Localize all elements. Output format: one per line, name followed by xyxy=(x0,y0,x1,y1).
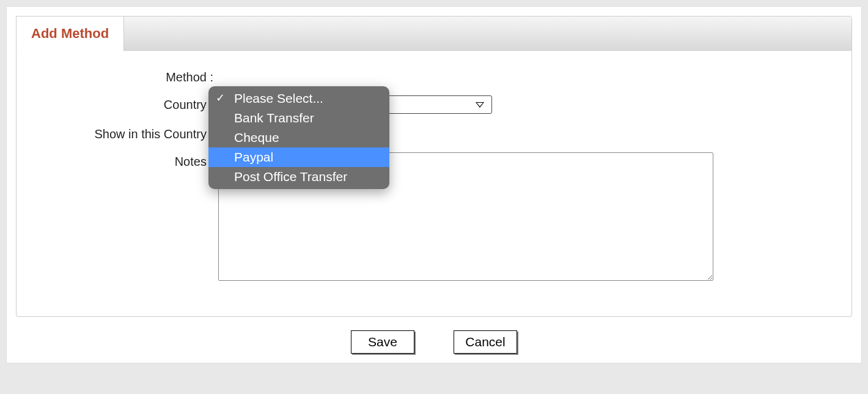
row-method: Method : xyxy=(35,68,833,84)
method-option-label: Cheque xyxy=(234,130,279,145)
row-show-country: Show in this Country : xyxy=(35,125,833,141)
method-option[interactable]: ✓Please Select... xyxy=(208,89,389,108)
save-button[interactable]: Save xyxy=(351,330,414,354)
label-notes: Notes : xyxy=(35,152,218,169)
method-option-label: Post Office Transfer xyxy=(234,169,347,184)
method-option[interactable]: Bank Transfer xyxy=(208,108,389,128)
tab-bar: Add Method xyxy=(17,17,851,51)
method-dropdown[interactable]: ✓Please Select...Bank TransferChequePayp… xyxy=(208,86,389,189)
page-container: Add Method Method : Country : Show in th… xyxy=(6,6,862,363)
form-body: Method : Country : Show in this Country … xyxy=(17,51,851,316)
check-icon: ✓ xyxy=(216,92,227,103)
row-notes: Notes : xyxy=(35,152,833,281)
cancel-button[interactable]: Cancel xyxy=(454,330,517,354)
row-country: Country : xyxy=(35,95,833,114)
method-option-label: Please Select... xyxy=(234,91,323,106)
method-option[interactable]: Cheque xyxy=(208,128,389,147)
panel: Add Method Method : Country : Show in th… xyxy=(16,16,852,317)
tab-add-method[interactable]: Add Method xyxy=(16,16,124,51)
label-country: Country : xyxy=(35,95,218,112)
method-option-label: Bank Transfer xyxy=(234,111,314,125)
label-show-country: Show in this Country : xyxy=(35,125,218,141)
label-method: Method : xyxy=(35,68,218,84)
method-option-label: Paypal xyxy=(234,150,273,165)
method-option[interactable]: Paypal xyxy=(208,147,389,167)
chevron-down-icon xyxy=(476,102,484,108)
button-bar: Save Cancel xyxy=(16,330,852,354)
tab-label: Add Method xyxy=(31,26,109,42)
method-option[interactable]: Post Office Transfer xyxy=(208,167,389,187)
